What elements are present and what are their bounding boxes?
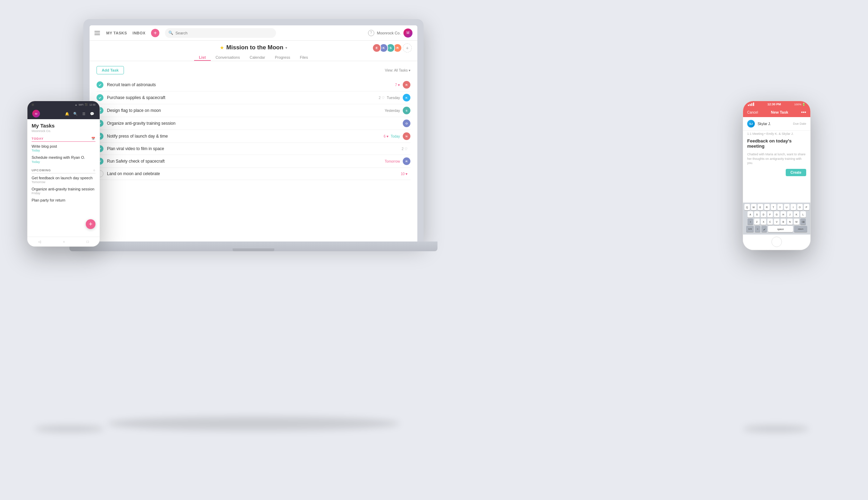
layout-icon[interactable]: ☰ — [81, 111, 86, 116]
back-button[interactable]: ◁ — [38, 240, 41, 244]
table-row: Plan viral video to film in space 2 ♡ — [97, 143, 410, 155]
task-date: Yesterday — [385, 109, 400, 113]
my-tasks-nav[interactable]: MY TASKS — [106, 31, 127, 35]
assignee-row: SJ Skylar J. Due Date — [743, 117, 810, 131]
key-j[interactable]: J — [787, 211, 793, 218]
tab-list[interactable]: List — [194, 54, 211, 61]
task-date: Friday — [32, 191, 95, 195]
key-t[interactable]: T — [771, 204, 776, 210]
key-x[interactable]: X — [761, 219, 766, 225]
workspace-name: Moonrock Co. — [377, 31, 401, 35]
task-avatar: R — [403, 157, 410, 165]
key-v[interactable]: V — [774, 219, 779, 225]
key-n[interactable]: N — [787, 219, 793, 225]
add-task-button[interactable]: Add Task — [97, 66, 124, 74]
key-w[interactable]: W — [751, 204, 757, 210]
task-avatar: R — [403, 81, 410, 89]
key-i[interactable]: I — [791, 204, 796, 210]
like-count: 6 ♥ — [384, 134, 389, 138]
battery-icon: ⬛ — [85, 103, 88, 106]
key-123[interactable]: 123 — [746, 226, 754, 232]
key-delete[interactable]: ⌫ — [800, 219, 806, 225]
search-input[interactable] — [175, 31, 273, 35]
chat-icon[interactable]: 💬 — [89, 111, 95, 116]
user-avatar[interactable]: M — [403, 28, 412, 38]
circle-icon: ○ — [93, 169, 95, 172]
home-button[interactable]: ○ — [63, 240, 65, 244]
global-add-button[interactable]: + — [151, 29, 159, 37]
task-meta: Tomorrow — [385, 159, 400, 163]
task-check-done[interactable] — [97, 94, 103, 101]
key-b[interactable]: B — [781, 219, 786, 225]
key-r[interactable]: R — [764, 204, 770, 210]
key-o[interactable]: O — [797, 204, 803, 210]
home-button[interactable] — [771, 237, 782, 247]
key-l[interactable]: L — [800, 211, 806, 218]
dropdown-icon[interactable]: ▾ — [285, 46, 287, 50]
view-filter[interactable]: View: All Tasks ▾ — [385, 68, 410, 72]
key-return[interactable]: return — [794, 226, 807, 232]
project-title-row: ★ Mission to the Moon ▾ — [220, 44, 287, 51]
task-name: Notify press of launch day & time — [107, 134, 384, 139]
more-button[interactable]: ••• — [801, 109, 806, 115]
key-f[interactable]: F — [767, 211, 773, 218]
task-name: Purchase supplies & spacecraft — [107, 95, 379, 100]
key-p[interactable]: P — [804, 204, 809, 210]
key-m[interactable]: M — [794, 219, 799, 225]
key-e[interactable]: E — [758, 204, 763, 210]
key-g[interactable]: G — [774, 211, 779, 218]
key-u[interactable]: U — [784, 204, 790, 210]
android-nav-icons: 🔔 🔍 ☰ 💬 — [64, 111, 95, 116]
android-content: My Tasks Moonrock Co. TODAY 📅 Write blog… — [27, 119, 100, 237]
list-item[interactable]: Schedule meeting with Ryan O. Today — [32, 155, 95, 163]
task-check-done[interactable] — [97, 81, 103, 88]
key-h[interactable]: H — [781, 211, 786, 218]
cancel-button[interactable]: Cancel — [747, 110, 758, 114]
task-meta: Yesterday — [385, 109, 400, 113]
task-meta: 10 ♥ — [401, 172, 408, 176]
key-a[interactable]: A — [748, 211, 753, 218]
list-item[interactable]: Plan party for return — [32, 198, 95, 203]
add-member-button[interactable]: + — [403, 43, 412, 52]
task-name: Plan party for return — [32, 198, 95, 203]
inbox-nav[interactable]: INBOX — [133, 31, 145, 35]
recents-button[interactable]: □ — [87, 240, 89, 244]
create-button[interactable]: Create — [786, 169, 806, 176]
task-avatar: N — [403, 132, 410, 140]
new-task-title: New Task — [771, 110, 788, 114]
tab-files[interactable]: Files — [295, 54, 313, 61]
key-y[interactable]: Y — [777, 204, 783, 210]
list-item[interactable]: Write blog post Today — [32, 144, 95, 152]
help-button[interactable]: ? — [368, 30, 374, 36]
member-avatars: E K S R + — [374, 43, 412, 52]
key-s[interactable]: S — [754, 211, 760, 218]
user-avatar-android[interactable]: M — [32, 110, 40, 117]
key-shift[interactable]: ⇧ — [748, 219, 753, 225]
key-emoji[interactable]: ☺ — [755, 226, 760, 232]
key-z[interactable]: Z — [754, 219, 760, 225]
search-bar[interactable]: 🔍 — [165, 28, 276, 38]
key-k[interactable]: K — [794, 211, 799, 218]
assignee-name: Skylar J. — [758, 122, 793, 126]
tab-calendar[interactable]: Calendar — [245, 54, 270, 61]
meeting-label: 1:1 Meeting • Emily K. & Skylar J. — [743, 131, 810, 137]
key-c[interactable]: C — [767, 219, 773, 225]
table-row: Run Safety check of spacecraft Tomorrow … — [97, 155, 410, 168]
hamburger-icon[interactable] — [94, 31, 100, 35]
android-status-bar: ▲ WiFi ⬛ 12:30 — [27, 101, 100, 108]
list-item[interactable]: Organize anti-gravity training session F… — [32, 187, 95, 195]
key-space[interactable]: space — [768, 226, 793, 232]
notification-icon[interactable]: 🔔 — [64, 111, 70, 116]
fab-add-button[interactable]: + — [86, 219, 95, 229]
android-bottom-bar: ◁ ○ □ — [27, 237, 100, 246]
keyboard-row-2: A S D F G H J K L — [744, 211, 809, 218]
search-icon[interactable]: 🔍 — [73, 111, 78, 116]
like-count: 10 ♥ — [401, 172, 408, 176]
table-row: Design flag to place on moon Yesterday S — [97, 104, 410, 117]
key-q[interactable]: Q — [744, 204, 750, 210]
tab-progress[interactable]: Progress — [270, 54, 295, 61]
key-d[interactable]: D — [761, 211, 766, 218]
list-item[interactable]: Get feedback on launch day speech Tomorr… — [32, 175, 95, 184]
tab-conversations[interactable]: Conversations — [211, 54, 245, 61]
key-mic[interactable]: 🎤 — [761, 226, 767, 232]
